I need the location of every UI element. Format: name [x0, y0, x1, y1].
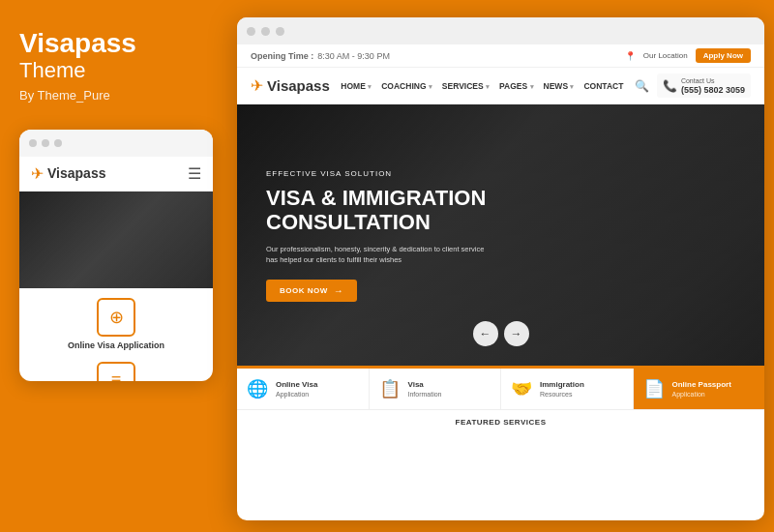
desktop-dot-2	[261, 27, 270, 36]
visa-info-icon: 📋	[379, 378, 401, 399]
mobile-dot-1	[29, 139, 37, 147]
service-item-info[interactable]: 📋 Visa Information	[370, 369, 502, 409]
mobile-dot-3	[54, 139, 62, 147]
nav-pages[interactable]: PAGES ▾	[499, 81, 534, 91]
nav-services[interactable]: SERVICES ▾	[442, 81, 490, 91]
header-opening-time: Opening Time : 8:30 AM - 9:30 PM	[251, 51, 390, 61]
passport-icon: 📄	[643, 378, 665, 399]
services-bar: 🌐 Online Visa Application 📋 Visa Informa…	[237, 366, 764, 409]
mobile-dot-2	[42, 139, 49, 147]
hero-prev-button[interactable]: ←	[473, 321, 498, 346]
mobile-service-section: ⊕ Online Visa Application ≡	[19, 288, 213, 381]
hero-next-button[interactable]: →	[504, 321, 529, 346]
brand-title: Visapass Theme	[19, 29, 136, 82]
hero-arrows: ← →	[473, 321, 529, 346]
location-icon: 📍	[625, 51, 636, 61]
mobile-visa-icon: ⊕	[97, 298, 135, 337]
brand-block: Visapass Theme By Theme_Pure	[19, 29, 136, 103]
desktop-top-bar	[237, 17, 764, 44]
site-logo-plane-icon: ✈	[251, 76, 263, 95]
site-nav: ✈ Visapass HOME ▾ COACHING ▾ SERVICES ▾ …	[237, 68, 764, 104]
immigration-icon: 🤝	[511, 378, 532, 399]
book-now-button[interactable]: BOOK NOW →	[266, 280, 357, 302]
mobile-hamburger-icon[interactable]: ☰	[188, 164, 201, 183]
nav-right: 🔍 📞 Contact Us (555) 5802 3059	[635, 74, 751, 98]
desktop-dot-1	[247, 27, 255, 36]
nav-contact[interactable]: CONTACT	[583, 81, 623, 91]
site-header: Opening Time : 8:30 AM - 9:30 PM 📍 Our L…	[237, 44, 764, 104]
passport-title: Online Passport	[672, 380, 731, 390]
left-panel: Visapass Theme By Theme_Pure ✈ Visapass …	[0, 0, 232, 532]
nav-links: HOME ▾ COACHING ▾ SERVICES ▾ PAGES ▾ NEW…	[341, 81, 623, 91]
desktop-mockup: Opening Time : 8:30 AM - 9:30 PM 📍 Our L…	[237, 17, 764, 520]
visa-info-sub: Information	[408, 391, 442, 398]
nav-home[interactable]: HOME ▾	[341, 81, 372, 91]
nav-news[interactable]: NEWS ▾	[544, 81, 575, 91]
service-item-immigration[interactable]: 🤝 Immigration Resources	[501, 369, 634, 409]
mobile-top-bar	[19, 130, 213, 157]
mobile-second-service-icon: ≡	[97, 362, 135, 381]
online-visa-title: Online Visa	[276, 380, 317, 390]
online-visa-sub: Application	[276, 391, 317, 398]
passport-sub: Application	[672, 391, 731, 398]
desktop-dot-3	[276, 27, 284, 36]
service-item-visa[interactable]: 🌐 Online Visa Application	[237, 369, 370, 409]
mobile-logo-icon: ✈	[31, 164, 44, 183]
mobile-logo: ✈ Visapass	[31, 164, 105, 183]
search-icon[interactable]: 🔍	[635, 79, 649, 93]
visa-info-title: Visa	[408, 380, 442, 390]
by-line: By Theme_Pure	[19, 88, 136, 103]
service-item-passport[interactable]: 📄 Online Passport Application	[634, 369, 765, 409]
hero-section: EFFECTIVE VISA SOLUTION VISA & IMMIGRATI…	[237, 104, 764, 366]
header-top-right: 📍 Our Location Apply Now	[625, 48, 751, 63]
immigration-title: Immigration	[540, 380, 584, 390]
featured-services-label: FEATURED SERVICES	[237, 409, 764, 434]
immigration-sub: Resources	[540, 391, 584, 398]
mobile-mockup: ✈ Visapass ☰ ⊕ Online Visa Application ≡	[19, 130, 213, 381]
hero-description: Our professionalism, honesty, sincerity …	[266, 244, 486, 266]
nav-coaching[interactable]: COACHING ▾	[381, 81, 432, 91]
apply-now-button[interactable]: Apply Now	[696, 48, 751, 63]
phone-icon: 📞	[663, 79, 677, 93]
site-header-top: Opening Time : 8:30 AM - 9:30 PM 📍 Our L…	[237, 44, 764, 68]
online-visa-icon: 🌐	[247, 378, 268, 399]
site-logo: ✈ Visapass	[251, 76, 330, 95]
mobile-hero-image	[19, 192, 213, 288]
hero-title: VISA & IMMIGRATION CONSULTATION	[266, 186, 486, 235]
contact-info: Contact Us (555) 5802 3059	[681, 76, 745, 95]
hero-content: EFFECTIVE VISA SOLUTION VISA & IMMIGRATI…	[266, 169, 486, 302]
arrow-icon: →	[334, 285, 344, 296]
contact-box: 📞 Contact Us (555) 5802 3059	[657, 74, 751, 98]
hero-eyebrow: EFFECTIVE VISA SOLUTION	[266, 169, 486, 178]
mobile-nav: ✈ Visapass ☰	[19, 157, 213, 192]
